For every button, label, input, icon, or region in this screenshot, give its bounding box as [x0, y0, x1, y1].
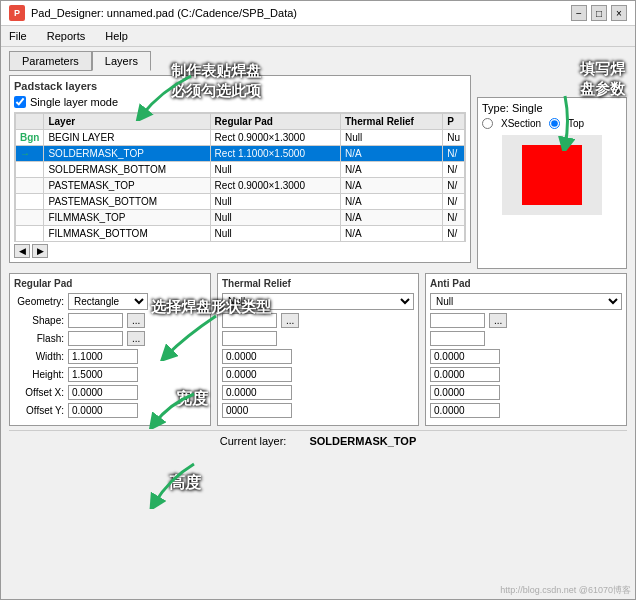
single-layer-label: Single layer mode: [30, 96, 118, 108]
row-p: N/: [443, 210, 465, 226]
offsetx-label: Offset X:: [14, 387, 64, 398]
table-row[interactable]: FILMMASK_TOP Null N/A N/: [16, 210, 465, 226]
flash-browse[interactable]: ...: [127, 331, 145, 346]
single-layer-checkbox[interactable]: [14, 96, 26, 108]
row-p: N/: [443, 162, 465, 178]
pad-preview: [502, 135, 602, 215]
row-regular-pad: Null: [210, 194, 340, 210]
row-thermal-relief: N/A: [340, 146, 442, 162]
thermal-height-input[interactable]: [222, 367, 292, 382]
row-p: N/: [443, 194, 465, 210]
row-indicator: [16, 194, 44, 210]
row-thermal-relief: N/A: [340, 194, 442, 210]
row-thermal-relief: Null: [340, 130, 442, 146]
width-input[interactable]: [68, 349, 138, 364]
table-row[interactable]: SOLDERMASK_BOTTOM Null N/A N/: [16, 162, 465, 178]
thermal-offsetx-input[interactable]: [222, 385, 292, 400]
tab-layers[interactable]: Layers: [92, 51, 151, 71]
table-row[interactable]: Bgn BEGIN LAYER Rect 0.9000×1.3000 Null …: [16, 130, 465, 146]
title-bar: P Pad_Designer: unnamed.pad (C:/Cadence/…: [1, 1, 635, 26]
menu-file[interactable]: File: [5, 28, 31, 44]
shape-label: Shape:: [14, 315, 64, 326]
row-layer: SOLDERMASK_BOTTOM: [44, 162, 210, 178]
row-regular-pad: Null: [210, 210, 340, 226]
anti-offsetx-input[interactable]: [430, 385, 500, 400]
row-thermal-relief: N/A: [340, 226, 442, 242]
table-row[interactable]: PASTEMASK_TOP Rect 0.9000×1.3000 N/A N/: [16, 178, 465, 194]
row-p: N/: [443, 226, 465, 242]
scroll-right[interactable]: ▶: [32, 244, 48, 258]
radio-top[interactable]: [549, 118, 560, 129]
row-p: N/: [443, 178, 465, 194]
offsety-label: Offset Y:: [14, 405, 64, 416]
row-indicator: [16, 178, 44, 194]
current-layer-label: Current layer:: [220, 435, 287, 447]
thermal-offsety-input[interactable]: [222, 403, 292, 418]
anti-flash-input[interactable]: [430, 331, 485, 346]
annotation-height: 高度: [169, 473, 201, 494]
thermal-shape-input[interactable]: [222, 313, 277, 328]
anti-offsety-input[interactable]: [430, 403, 500, 418]
minimize-button[interactable]: −: [571, 5, 587, 21]
padstack-group-label: Padstack layers: [14, 80, 466, 92]
anti-shape-input[interactable]: [430, 313, 485, 328]
right-panel: Type: Single XSection Top: [477, 97, 627, 269]
tab-parameters[interactable]: Parameters: [9, 51, 92, 71]
col-p: P: [443, 114, 465, 130]
row-regular-pad: Null: [210, 162, 340, 178]
anti-shape-browse[interactable]: ...: [489, 313, 507, 328]
window-title: Pad_Designer: unnamed.pad (C:/Cadence/SP…: [31, 7, 297, 19]
col-thermal-relief: Thermal Relief: [340, 114, 442, 130]
anti-pad-title: Anti Pad: [430, 278, 622, 289]
thermal-width-input[interactable]: [222, 349, 292, 364]
anti-pad-group: Anti Pad Null ...: [425, 273, 627, 426]
row-regular-pad: Rect 0.9000×1.3000: [210, 130, 340, 146]
table-row[interactable]: FILMMASK_BOTTOM Null N/A N/: [16, 226, 465, 242]
radio-top-label: Top: [568, 118, 584, 129]
table-row[interactable]: → SOLDERMASK_TOP Rect 1.1000×1.5000 N/A …: [16, 146, 465, 162]
col-regular-pad: Regular Pad: [210, 114, 340, 130]
row-p: Nu: [443, 130, 465, 146]
offsety-input[interactable]: [68, 403, 138, 418]
close-button[interactable]: ×: [611, 5, 627, 21]
geometry-select[interactable]: Rectangle Circle Oval Oblong: [68, 293, 148, 310]
app-window: P Pad_Designer: unnamed.pad (C:/Cadence/…: [0, 0, 636, 600]
row-layer: PASTEMASK_BOTTOM: [44, 194, 210, 210]
row-regular-pad: Rect 1.1000×1.5000: [210, 146, 340, 162]
regular-pad-title: Regular Pad: [14, 278, 206, 289]
menu-reports[interactable]: Reports: [43, 28, 90, 44]
thermal-relief-group: Thermal Relief Null ... ...: [217, 273, 419, 426]
offsetx-input[interactable]: [68, 385, 138, 400]
radio-xsection[interactable]: [482, 118, 493, 129]
maximize-button[interactable]: □: [591, 5, 607, 21]
height-input[interactable]: [68, 367, 138, 382]
pad-rect: [522, 145, 582, 205]
current-layer-bar: Current layer: SOLDERMASK_TOP: [9, 430, 627, 451]
shape-input[interactable]: [68, 313, 123, 328]
row-indicator: [16, 162, 44, 178]
thermal-relief-title: Thermal Relief: [222, 278, 414, 289]
layers-table: Layer Regular Pad Thermal Relief P Bgn B…: [15, 113, 465, 242]
menu-help[interactable]: Help: [101, 28, 132, 44]
type-label: Type: Single: [482, 102, 622, 114]
row-thermal-relief: N/A: [340, 178, 442, 194]
row-indicator: →: [16, 146, 44, 162]
col-indicator: [16, 114, 44, 130]
row-layer: FILMMASK_TOP: [44, 210, 210, 226]
thermal-flash-input[interactable]: [222, 331, 277, 346]
flash-input[interactable]: [68, 331, 123, 346]
thermal-geometry-select[interactable]: Null: [222, 293, 414, 310]
row-thermal-relief: N/A: [340, 210, 442, 226]
menu-bar: File Reports Help: [1, 26, 635, 47]
radio-xsection-label: XSection: [501, 118, 541, 129]
table-row[interactable]: PASTEMASK_BOTTOM Null N/A N/: [16, 194, 465, 210]
thermal-shape-browse[interactable]: ...: [281, 313, 299, 328]
anti-width-input[interactable]: [430, 349, 500, 364]
padstack-group: Padstack layers Single layer mode Layer: [9, 75, 471, 263]
tab-bar: Parameters Layers: [9, 51, 627, 71]
row-indicator: Bgn: [16, 130, 44, 146]
shape-browse[interactable]: ...: [127, 313, 145, 328]
scroll-left[interactable]: ◀: [14, 244, 30, 258]
anti-height-input[interactable]: [430, 367, 500, 382]
anti-geometry-select[interactable]: Null: [430, 293, 622, 310]
